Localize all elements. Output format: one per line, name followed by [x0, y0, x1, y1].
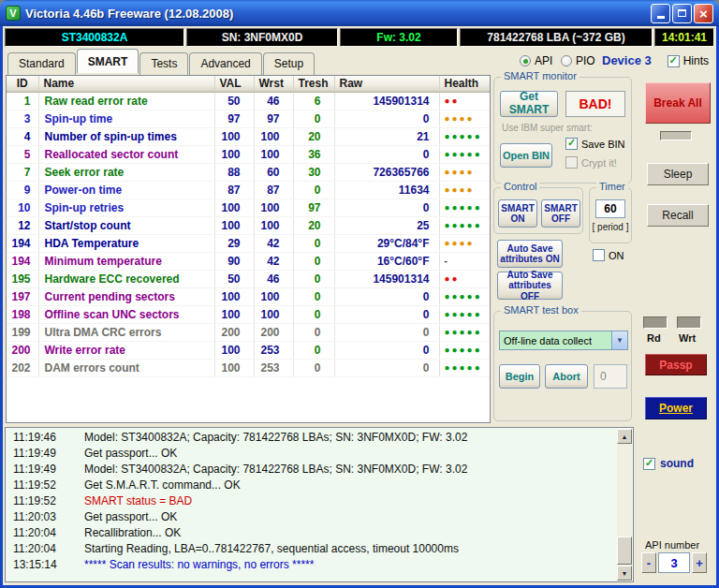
- open-bin-button[interactable]: Open BIN: [500, 143, 552, 168]
- log-lines: 11:19:46Model: ST3400832A; Capacity: 781…: [6, 431, 616, 574]
- table-row[interactable]: 198Offline scan UNC sectors10010000●●●●●: [7, 305, 490, 323]
- sound-checkbox[interactable]: sound: [643, 457, 694, 470]
- table-row[interactable]: 10Spin-up retries100100970●●●●●: [7, 198, 490, 216]
- passport-button[interactable]: Passp: [645, 354, 707, 375]
- tab-advanced[interactable]: Advanced: [189, 52, 261, 75]
- maximize-icon: [678, 9, 686, 17]
- test-select[interactable]: Off-line data collect ▼: [499, 331, 628, 350]
- tab-tests[interactable]: Tests: [139, 52, 188, 75]
- crypt-checkbox[interactable]: Crypt it!: [565, 156, 617, 169]
- attr-id: 195: [7, 270, 38, 287]
- health-dots: ●●●●●: [439, 287, 490, 305]
- close-button[interactable]: ×: [694, 4, 713, 23]
- api-radio[interactable]: API: [520, 54, 552, 67]
- table-row[interactable]: 195Hardware ECC recovered50460145901314●…: [7, 270, 490, 287]
- attr-id: 12: [7, 216, 38, 234]
- scroll-thumb[interactable]: [617, 537, 632, 565]
- table-row[interactable]: 200Write error rate10025300●●●●●: [7, 341, 490, 359]
- table-row[interactable]: 5Reallocated sector count100100360●●●●●: [7, 145, 490, 163]
- attr-raw: 29°C/84°F: [334, 234, 439, 252]
- table-row[interactable]: 194HDA Temperature2942029°C/84°F●●●●: [7, 234, 490, 252]
- log-line: 11:19:49Get passport... OK: [6, 447, 616, 463]
- attr-wrst: 87: [254, 181, 293, 198]
- auto-save-on-button[interactable]: Auto Save attributes ON: [497, 240, 563, 268]
- recall-button[interactable]: Recall: [647, 204, 709, 227]
- health-dots: ●●●●●: [439, 359, 490, 376]
- tab-standard[interactable]: Standard: [7, 52, 76, 75]
- auto-save-off-button[interactable]: Auto Save attributes OFF: [497, 272, 563, 300]
- table-row[interactable]: 194Minimum temperature9042016°C/60°F-: [7, 252, 490, 270]
- health-dots: ●●●●: [439, 234, 490, 252]
- column-header-health[interactable]: Health: [439, 76, 490, 92]
- maximize-button[interactable]: [672, 4, 692, 23]
- smart-off-button[interactable]: SMART OFF: [541, 199, 580, 228]
- attr-id: 10: [7, 198, 38, 216]
- tab-smart[interactable]: SMART: [77, 49, 139, 73]
- table-row[interactable]: 3Spin-up time979700●●●●: [7, 110, 490, 127]
- health-dots: ●●●●●: [439, 216, 490, 234]
- table-row[interactable]: 9Power-on time8787011634●●●●: [7, 181, 490, 198]
- attr-raw: 0: [334, 359, 439, 376]
- table-header-row: IDNameVALWrstTreshRawHealth: [7, 76, 490, 92]
- attr-raw: 0: [334, 110, 439, 127]
- pio-radio[interactable]: PIO: [561, 54, 595, 67]
- column-header-name[interactable]: Name: [38, 76, 214, 92]
- scroll-up-icon[interactable]: ▲: [617, 429, 632, 444]
- attr-id: 200: [7, 341, 38, 359]
- smart-on-button[interactable]: SMART ON: [498, 199, 537, 228]
- log-message: SMART status = BAD: [84, 494, 192, 510]
- begin-button[interactable]: Begin: [499, 364, 540, 389]
- table-row[interactable]: 1Raw read error rate50466145901314●●: [7, 92, 490, 110]
- break-all-button[interactable]: Break All: [645, 82, 711, 124]
- attr-val: 100: [214, 145, 254, 163]
- table-row[interactable]: 197Current pending sectors10010000●●●●●: [7, 287, 490, 305]
- timer-value-field[interactable]: 60: [595, 199, 625, 218]
- table-row[interactable]: 202DAM errors count10025300●●●●●: [7, 359, 490, 376]
- attr-val: 50: [214, 92, 254, 110]
- health-dots: ●●●●●: [439, 341, 490, 359]
- column-header-raw[interactable]: Raw: [334, 76, 439, 92]
- table-row[interactable]: 4Number of spin-up times1001002021●●●●●: [7, 127, 490, 145]
- attr-wrst: 100: [254, 145, 293, 163]
- attr-raw: 0: [334, 305, 439, 323]
- attr-tresh: 20: [293, 127, 334, 145]
- table-row[interactable]: 12Start/stop count1001002025●●●●●: [7, 216, 490, 234]
- scroll-down-icon[interactable]: ▼: [617, 566, 632, 581]
- log-scrollbar[interactable]: ▲ ▼: [617, 429, 632, 581]
- write-activity-bar: [677, 316, 701, 329]
- attr-tresh: 0: [293, 323, 334, 341]
- save-bin-checkbox[interactable]: Save BIN: [565, 138, 624, 150]
- health-dots: -: [439, 252, 490, 270]
- health-dots: ●●●●●: [439, 127, 490, 145]
- table-row[interactable]: 7Seek error rate886030726365766●●●●: [7, 163, 490, 181]
- column-header-tresh[interactable]: Tresh: [293, 76, 334, 92]
- log-timestamp: 11:19:52: [13, 494, 67, 510]
- hints-checkbox[interactable]: Hints: [668, 54, 709, 67]
- sleep-button[interactable]: Sleep: [647, 163, 709, 185]
- minimize-button[interactable]: [651, 4, 670, 23]
- chevron-down-icon[interactable]: ▼: [611, 331, 627, 349]
- sound-label: sound: [660, 457, 694, 470]
- log-timestamp: 11:19:49: [13, 447, 67, 463]
- column-header-id[interactable]: ID: [7, 76, 38, 92]
- timer-on-checkbox[interactable]: ON: [593, 249, 624, 261]
- log-timestamp: 11:19:46: [13, 431, 67, 447]
- attr-tresh: 6: [293, 92, 334, 110]
- column-header-wrst[interactable]: Wrst: [254, 76, 293, 92]
- api-number-decrement-button[interactable]: -: [641, 552, 656, 573]
- power-button[interactable]: Power: [645, 397, 707, 419]
- attr-val: 100: [214, 287, 254, 305]
- attr-tresh: 0: [293, 270, 334, 287]
- get-smart-button[interactable]: Get SMART: [500, 91, 558, 117]
- tab-setup[interactable]: Setup: [263, 52, 315, 75]
- health-dots: ●●: [439, 92, 490, 110]
- column-header-val[interactable]: VAL: [214, 76, 254, 92]
- attr-id: 3: [7, 110, 38, 127]
- attr-tresh: 0: [293, 341, 334, 359]
- api-number-increment-button[interactable]: +: [692, 552, 707, 573]
- titlebar[interactable]: V Victoria 4.46b Freeware (12.08.2008) ×: [0, 0, 719, 26]
- abort-button[interactable]: Abort: [545, 364, 588, 389]
- smart-table: IDNameVALWrstTreshRawHealth 1Raw read er…: [6, 75, 491, 423]
- attr-id: 194: [7, 252, 38, 270]
- table-row[interactable]: 199Ultra DMA CRC errors20020000●●●●●: [7, 323, 490, 341]
